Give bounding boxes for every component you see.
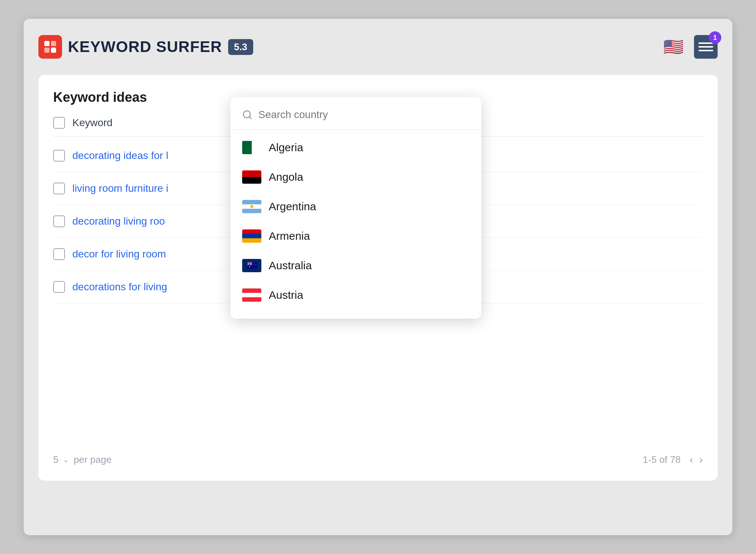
pagination: 5 ⌄ per page 1-5 of 78 ‹ ›: [38, 453, 718, 466]
per-page-label: per page: [73, 454, 111, 465]
per-page-chevron-icon[interactable]: ⌄: [63, 455, 69, 464]
flag-armenia: [242, 229, 261, 243]
svg-rect-0: [44, 41, 49, 46]
select-all-checkbox[interactable]: [53, 117, 65, 129]
row-checkbox-2[interactable]: [53, 183, 65, 194]
row-checkbox-3[interactable]: [53, 215, 65, 227]
keyword-3[interactable]: decorating living roo: [72, 215, 165, 227]
menu-line-2: [698, 46, 713, 48]
notification-badge: 1: [709, 31, 721, 44]
country-flag-button[interactable]: 🇺🇸: [660, 34, 687, 60]
flag-argentina: [242, 200, 261, 213]
page-nav: 1-5 of 78 ‹ ›: [643, 453, 703, 466]
app-logo: [38, 35, 62, 59]
svg-rect-3: [51, 48, 56, 53]
header-right: 🇺🇸 1: [660, 34, 718, 60]
row-checkbox-4[interactable]: [53, 248, 65, 260]
search-section: [230, 109, 481, 130]
flag-australia: 🇦🇺: [242, 259, 261, 272]
country-list: Algeria Angola: [230, 130, 481, 313]
country-search-input[interactable]: [258, 109, 470, 121]
row-checkbox-5[interactable]: [53, 281, 65, 293]
country-name-angola: Angola: [269, 171, 303, 183]
keyword-5[interactable]: decorations for living: [72, 281, 167, 293]
prev-page-button[interactable]: ‹: [690, 453, 693, 466]
flag-algeria: [242, 141, 261, 154]
per-page-section: 5 ⌄ per page: [53, 454, 111, 465]
version-badge: 5.3: [228, 39, 253, 55]
header: KEYWORD SURFER 5.3 🇺🇸 1: [38, 34, 718, 60]
country-item-austria[interactable]: Austria: [230, 280, 481, 310]
keyword-column-header: Keyword: [72, 117, 113, 129]
header-left: KEYWORD SURFER 5.3: [38, 35, 253, 59]
svg-rect-2: [44, 48, 49, 53]
flag-angola: [242, 170, 261, 184]
country-item-armenia[interactable]: Armenia: [230, 221, 481, 251]
country-item-australia[interactable]: 🇦🇺 Australia: [230, 251, 481, 280]
country-item-algeria[interactable]: Algeria: [230, 133, 481, 162]
app-window: KEYWORD SURFER 5.3 🇺🇸 1 Keyword ideas Ke…: [24, 19, 732, 535]
country-name-armenia: Armenia: [269, 230, 310, 242]
row-checkbox-1[interactable]: [53, 150, 65, 162]
country-dropdown: Algeria Angola: [230, 97, 481, 319]
main-content: Keyword ideas Keyword decorating ideas f…: [38, 75, 718, 481]
app-title: KEYWORD SURFER: [68, 38, 222, 56]
menu-button-wrapper: 1: [694, 35, 718, 59]
flag-emoji: 🇺🇸: [663, 37, 684, 56]
keyword-4[interactable]: decor for living room: [72, 248, 166, 260]
country-name-australia: Australia: [269, 259, 312, 272]
nav-arrows: ‹ ›: [690, 453, 703, 466]
keyword-2[interactable]: living room furniture i: [72, 183, 168, 194]
country-name-austria: Austria: [269, 289, 303, 301]
country-name-argentina: Argentina: [269, 200, 316, 213]
country-item-angola[interactable]: Angola: [230, 162, 481, 192]
svg-line-5: [249, 117, 251, 118]
flag-austria: [242, 288, 261, 302]
keyword-1[interactable]: decorating ideas for l: [72, 150, 168, 162]
country-item-argentina[interactable]: Argentina: [230, 192, 481, 221]
svg-rect-1: [51, 41, 56, 46]
per-page-value: 5: [53, 454, 58, 465]
menu-line-3: [698, 50, 713, 51]
next-page-button[interactable]: ›: [699, 453, 703, 466]
page-info: 1-5 of 78: [643, 454, 681, 465]
search-icon: [242, 110, 252, 120]
country-name-algeria: Algeria: [269, 141, 303, 154]
